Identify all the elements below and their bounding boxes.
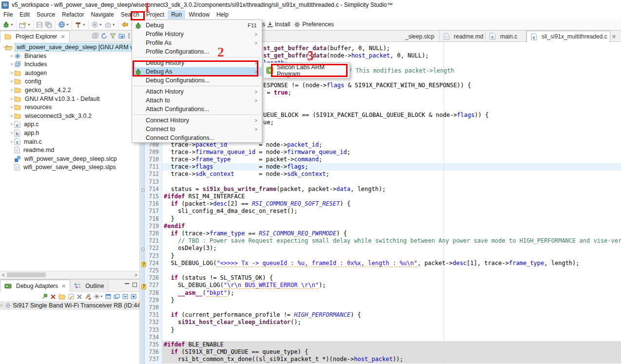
saveall-icon[interactable]: [44, 21, 54, 29]
chevron-down-icon[interactable]: >: [2, 46, 7, 48]
code-line: 730: [141, 304, 621, 311]
tree-item[interactable]: >happ.h: [0, 129, 139, 137]
code-text: }: [164, 326, 175, 334]
tab-outline[interactable]: Outline: [70, 280, 108, 292]
tree-item[interactable]: >capp.c: [0, 120, 139, 129]
collapse-all-icon[interactable]: [92, 33, 98, 39]
runext-icon[interactable]: ▼: [90, 20, 103, 29]
tree-item[interactable]: readme.md: [0, 146, 139, 154]
chevron-right-icon[interactable]: >: [9, 114, 14, 118]
win-cascade-icon[interactable]: [114, 294, 120, 299]
menu-item-profile-history[interactable]: Profile History>: [132, 30, 262, 38]
maximize-icon[interactable]: [133, 283, 137, 287]
chevron-right-icon[interactable]: >: [9, 88, 14, 93]
tree-item[interactable]: >gecko_sdk_4.2.2: [0, 86, 139, 95]
back-icon[interactable]: [120, 21, 130, 28]
chevron-right-icon[interactable]: >: [9, 122, 14, 127]
menu-item-profile-as[interactable]: Profile As>: [132, 38, 262, 47]
editor-tab-sli-si91x-multithreaded-c[interactable]: csli_si91x_multithreaded.c✕: [526, 31, 610, 42]
hfile-icon: h: [14, 130, 20, 137]
tree-item[interactable]: >config: [0, 77, 139, 86]
expand-blue-icon[interactable]: [131, 294, 136, 299]
view-menu-icon[interactable]: [128, 33, 130, 39]
chevron-right-icon[interactable]: >: [9, 54, 14, 58]
collapse-blue-icon[interactable]: [122, 294, 128, 299]
scrollbar-thumb[interactable]: [7, 272, 46, 277]
save-icon[interactable]: [35, 21, 44, 29]
globe-icon[interactable]: ▼: [57, 20, 70, 29]
menu-file[interactable]: File: [0, 10, 16, 19]
code-line: 737 rsi_bt_common_tx_done((sl_si91x_pack…: [141, 356, 621, 363]
menu-source[interactable]: Source: [33, 10, 58, 19]
menu-item-attach-to[interactable]: Attach to>: [132, 96, 262, 105]
tab-project-explorer[interactable]: Project Explorer ✕: [0, 31, 70, 42]
rename-icon[interactable]: [68, 294, 74, 300]
menu-item-label: Debug Configurations...: [146, 77, 210, 84]
scroll-left-icon[interactable]: <: [0, 272, 7, 278]
menu-refactor[interactable]: Refactor: [58, 10, 87, 19]
menu-help[interactable]: Help: [213, 10, 232, 19]
extbox-icon[interactable]: ▼: [103, 21, 116, 29]
menu-item-connect-configurations-[interactable]: Connect Configurations...: [132, 134, 262, 142]
chevron-right-icon[interactable]: >: [9, 96, 14, 101]
editor-tab--sleep-slcp[interactable]: _sleep.slcp: [401, 31, 440, 42]
link-folder-icon[interactable]: [118, 33, 125, 39]
menu-item-profile-configurations-[interactable]: Profile Configurations...: [132, 47, 262, 56]
code-text: st_get_buffer_data(buffer, 0, NULL);: [263, 45, 390, 52]
red-x-icon[interactable]: [50, 294, 56, 300]
menu-run[interactable]: Run: [168, 10, 185, 19]
tree-item[interactable]: >wiseconnect3_sdk_3.0.2: [0, 112, 139, 120]
filter-icon[interactable]: [110, 33, 116, 39]
menu-window[interactable]: Window: [185, 10, 213, 19]
line-number: 722: [145, 245, 161, 252]
refresh-icon[interactable]: [101, 33, 107, 39]
menu-item-connect-to[interactable]: Connect to>: [132, 125, 262, 134]
device-row[interactable]: > Si917 Single Band Wi-Fi Transceiver RB…: [0, 301, 139, 310]
tree-item[interactable]: >Binaries: [0, 52, 139, 60]
board-icon: [4, 283, 12, 289]
tree-item[interactable]: >hIncludes: [0, 60, 139, 69]
editor-tab-main-c[interactable]: cmain.c: [485, 31, 526, 42]
chevron-right-icon[interactable]: >: [9, 105, 14, 110]
preferences-button[interactable]: Preferences: [302, 21, 334, 28]
close-icon[interactable]: ✕: [60, 34, 65, 40]
menu-item-attach-configurations-[interactable]: Attach Configurations...: [132, 105, 262, 114]
chevron-right-icon[interactable]: >: [0, 303, 2, 308]
wizard-icon[interactable]: ▼: [18, 21, 32, 29]
tree-item[interactable]: >GNU ARM v10.3.1 - Default: [0, 95, 139, 103]
scroll-right-icon[interactable]: >: [133, 272, 139, 278]
tree-item[interactable]: wifi_power_save_deep_sleep.slps: [0, 163, 139, 172]
tab-debug-adapters[interactable]: Debug Adapters✕: [0, 280, 70, 292]
grey-x-icon[interactable]: [77, 294, 82, 300]
menu-edit[interactable]: Edit: [16, 10, 33, 19]
menu-navigate[interactable]: Navigate: [87, 10, 117, 19]
tree-item[interactable]: wifi_power_save_deep_sleep.slcp: [0, 154, 139, 163]
hammer-icon[interactable]: ▼: [74, 21, 87, 29]
editor-tab-readme-md[interactable]: readme.md: [440, 31, 485, 42]
chevron-right-icon[interactable]: >: [9, 62, 14, 67]
folder-icon[interactable]: [58, 294, 66, 300]
bug-icon[interactable]: ▼: [1, 20, 15, 29]
minimize-icon[interactable]: [125, 283, 130, 287]
occurrence-marker-icon: [141, 187, 145, 193]
menu-item-debug[interactable]: DebugF11: [132, 21, 262, 30]
chevron-right-icon[interactable]: >: [9, 71, 14, 76]
close-icon[interactable]: ✕: [612, 34, 616, 40]
wrench-x-icon[interactable]: [85, 294, 91, 300]
tree-item[interactable]: >wifi_power_save_deep_sleep [GNU ARM v10…: [0, 43, 139, 52]
tree-item[interactable]: >autogen: [0, 69, 139, 77]
chevron-right-icon[interactable]: >: [9, 139, 14, 144]
tree-item[interactable]: >resources: [0, 103, 139, 112]
chevron-right-icon[interactable]: >: [9, 131, 14, 135]
gear-dd-icon[interactable]: [94, 293, 103, 300]
chevron-right-icon[interactable]: >: [9, 79, 14, 84]
close-icon[interactable]: ✕: [61, 283, 66, 289]
install-button[interactable]: Install: [275, 21, 290, 28]
menu-item-connect-history[interactable]: Connect History>: [132, 116, 262, 125]
win-blue-icon[interactable]: [105, 294, 111, 299]
menu-item-label: Attach Configurations...: [146, 106, 209, 113]
connect-icon[interactable]: [41, 293, 48, 300]
menu-item-debug-configurations-[interactable]: Debug Configurations...: [132, 76, 262, 85]
tree-item[interactable]: >cmain.c: [0, 137, 139, 146]
menu-item-attach-history[interactable]: Attach History>: [132, 87, 262, 96]
